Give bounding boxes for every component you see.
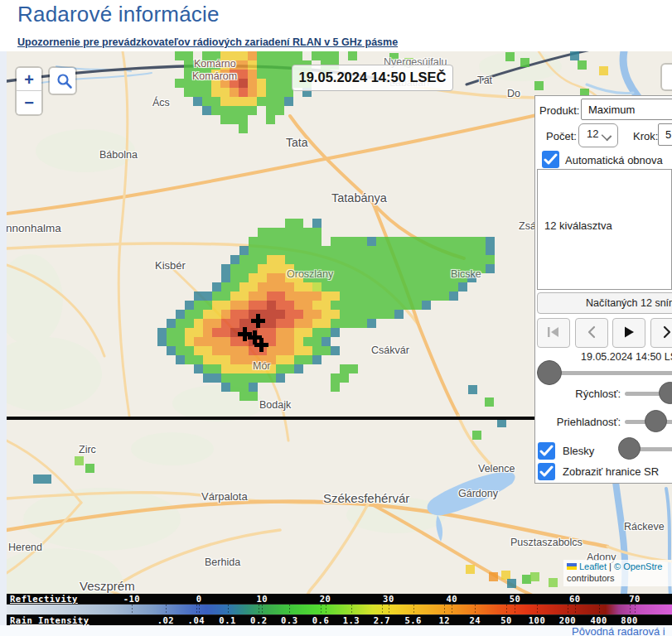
opacity-label: Priehladnosť: xyxy=(538,416,621,428)
scale-tick: 200 xyxy=(559,615,576,625)
map-label: Oroszlány xyxy=(287,268,333,280)
map-label: Kisbér xyxy=(155,259,186,272)
radar-map[interactable]: KomárnoKomáromÁcsNyergesújfaluLábatlanTá… xyxy=(7,51,672,625)
scale-tick: 800 xyxy=(621,615,637,625)
chevron-down-icon xyxy=(602,131,612,142)
scale-tick: 0.2 xyxy=(250,615,267,625)
speed-label: Rýchlosť: xyxy=(538,388,621,400)
attribution-separator: | xyxy=(607,561,614,571)
rain-intensity-bar: Rain Intensity .02.040.10.20.30.61.32.75… xyxy=(7,615,672,625)
control-panel: Produkt: Počet: 12 Krok: Automatická obn… xyxy=(534,95,672,484)
osm-link[interactable]: © OpenStre xyxy=(614,561,662,571)
scale-tick: 5.6 xyxy=(404,615,421,625)
scale-tick: 50 xyxy=(510,594,521,604)
search-button[interactable] xyxy=(50,68,75,94)
lightning-strike-icon xyxy=(251,314,265,328)
zoom-out-button[interactable]: − xyxy=(17,91,41,114)
map-label: Tát xyxy=(477,75,492,86)
map-label: Ács xyxy=(152,97,170,108)
map-label: Székesfehérvár xyxy=(323,491,409,505)
play-button[interactable] xyxy=(612,318,645,348)
map-label: nnonhalma xyxy=(7,222,61,234)
zoom-control: + − xyxy=(17,68,41,114)
auto-refresh-label: Automatická obnova xyxy=(565,154,663,166)
auto-refresh-checkbox[interactable] xyxy=(542,151,559,168)
produkt-label: Produkt: xyxy=(539,104,579,117)
scale-tick: 100 xyxy=(529,615,545,625)
chevron-right-icon xyxy=(661,325,672,339)
map-label: Bicske xyxy=(451,268,481,280)
map-label: Bábolna xyxy=(99,149,138,161)
speed-slider-thumb[interactable] xyxy=(659,382,672,404)
map-label: Gárdony xyxy=(458,488,498,499)
skip-to-start-button[interactable] xyxy=(537,318,570,348)
map-label: Bodajk xyxy=(259,399,291,411)
timeline-slider-thumb[interactable] xyxy=(537,360,562,385)
rlan-warning-link[interactable]: Upozornenie pre prevádzkovateľov rádiový… xyxy=(17,36,398,48)
attribution-line2: contributors xyxy=(567,573,672,585)
original-radar-link[interactable]: Pôvodná radarová i xyxy=(572,625,665,636)
map-label: Zirc xyxy=(79,444,96,455)
map-label: Komárom xyxy=(192,70,237,82)
scale-tick: 20 xyxy=(320,594,331,604)
checkmark-icon xyxy=(544,153,558,166)
chevron-left-icon xyxy=(586,325,597,339)
scale-tick: .02 xyxy=(157,615,174,625)
reflectivity-bar: Reflectivity -10010203040506070 xyxy=(7,594,672,604)
pocet-label: Počet: xyxy=(546,130,577,142)
scale-tick: 40 xyxy=(446,594,457,604)
scale-tick: 400 xyxy=(590,615,607,625)
color-scale: Reflectivity -10010203040506070 Rain Int… xyxy=(7,594,672,625)
produkt-input[interactable] xyxy=(581,99,672,120)
map-label: Ráckeve xyxy=(624,521,665,532)
scale-tick: 10 xyxy=(257,594,268,604)
page-title: Radarové informácie xyxy=(17,2,220,27)
leaflet-link[interactable]: Leaflet xyxy=(579,561,607,571)
step-back-button[interactable] xyxy=(575,318,608,348)
frames-selected-status: 12 kiválasztva xyxy=(544,219,612,232)
map-label: Herend xyxy=(8,542,42,553)
pocet-select[interactable]: 12 xyxy=(578,123,618,147)
krok-input[interactable] xyxy=(658,123,672,146)
rain-intensity-label: Rain Intensity xyxy=(10,615,89,625)
scale-tick: -10 xyxy=(123,594,140,604)
map-label: Tata xyxy=(286,136,307,149)
layers-control[interactable] xyxy=(662,65,672,89)
scale-tick: 70 xyxy=(629,594,641,604)
lightning-label: Blesky xyxy=(563,445,594,457)
load-frames-button[interactable]: Načítaných 12 snímo xyxy=(537,292,672,314)
timeline-slider-track[interactable] xyxy=(544,371,672,375)
map-label: Komárno xyxy=(194,58,236,70)
scale-gradient xyxy=(7,604,672,615)
scale-tick: 50 xyxy=(500,615,512,625)
borders-label: Zobraziť hranice SR xyxy=(563,465,659,478)
scale-tick: 0 xyxy=(196,594,202,604)
lightning-checkbox[interactable] xyxy=(538,442,555,460)
borders-checkbox[interactable] xyxy=(538,463,555,480)
scale-tick: 0.3 xyxy=(281,615,297,625)
scale-tick: 1.3 xyxy=(343,615,360,625)
map-attribution: Leaflet | © OpenStre contributors xyxy=(563,560,672,586)
map-label: Pusztaszabolcs xyxy=(510,537,583,548)
map-label: Csákvár xyxy=(371,344,409,356)
lightning-strike-icon xyxy=(254,338,268,352)
step-forward-button[interactable] xyxy=(650,318,672,348)
krok-label: Krok: xyxy=(633,130,658,142)
play-icon xyxy=(622,325,636,339)
ukraine-flag-icon xyxy=(567,563,577,570)
scale-tick: 0.1 xyxy=(219,615,235,625)
scale-tick: 2.7 xyxy=(374,615,390,625)
scale-tick: 24 xyxy=(469,615,481,625)
zoom-in-button[interactable]: + xyxy=(17,68,41,91)
opacity-slider-thumb[interactable] xyxy=(645,410,667,432)
map-label: Várpalota xyxy=(201,490,248,503)
map-label: Do xyxy=(507,88,520,99)
scale-tick: 60 xyxy=(569,594,581,604)
map-label: Velence xyxy=(478,463,515,475)
checkmark-icon xyxy=(539,445,554,457)
scale-tick: 12 xyxy=(439,615,451,625)
pocet-value: 12 xyxy=(587,128,598,140)
map-label: Mór xyxy=(253,360,271,372)
lightning-slider-thumb[interactable] xyxy=(618,437,641,460)
frames-listbox[interactable]: 12 kiválasztva xyxy=(537,169,672,290)
